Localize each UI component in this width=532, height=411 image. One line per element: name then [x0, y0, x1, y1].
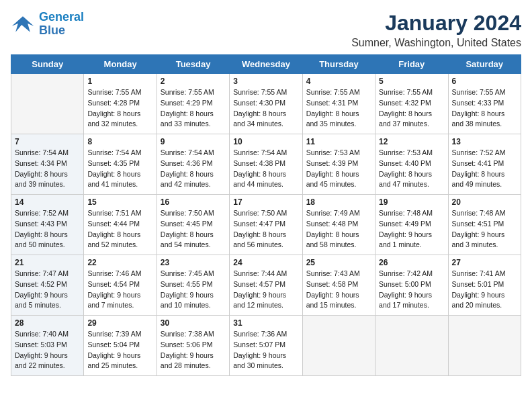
column-header-thursday: Thursday — [302, 55, 375, 74]
logo-icon — [11, 15, 35, 34]
day-number: 17 — [233, 197, 298, 207]
day-number: 23 — [161, 258, 226, 267]
column-header-monday: Monday — [84, 55, 157, 74]
calendar-cell: 7Sunrise: 7:54 AMSunset: 4:34 PMDaylight… — [11, 134, 84, 195]
calendar-cell: 18Sunrise: 7:49 AMSunset: 4:48 PMDayligh… — [302, 195, 375, 255]
day-number: 15 — [87, 197, 152, 207]
calendar-cell: 10Sunrise: 7:54 AMSunset: 4:38 PMDayligh… — [230, 134, 302, 195]
calendar-cell: 15Sunrise: 7:51 AMSunset: 4:44 PMDayligh… — [84, 195, 157, 255]
column-header-sunday: Sunday — [11, 55, 84, 74]
calendar-cell: 8Sunrise: 7:54 AMSunset: 4:35 PMDaylight… — [84, 134, 157, 195]
day-info: Sunrise: 7:55 AMSunset: 4:28 PMDaylight:… — [87, 87, 152, 130]
day-number: 21 — [15, 258, 80, 267]
day-number: 11 — [306, 137, 371, 146]
day-info: Sunrise: 7:52 AMSunset: 4:41 PMDaylight:… — [452, 148, 517, 190]
day-info: Sunrise: 7:52 AMSunset: 4:43 PMDaylight:… — [15, 208, 80, 250]
calendar-week-row: 21Sunrise: 7:47 AMSunset: 4:52 PMDayligh… — [11, 255, 521, 316]
calendar-cell: 5Sunrise: 7:55 AMSunset: 4:32 PMDaylight… — [375, 74, 448, 134]
calendar-cell: 4Sunrise: 7:55 AMSunset: 4:31 PMDaylight… — [302, 74, 375, 134]
day-info: Sunrise: 7:49 AMSunset: 4:48 PMDaylight:… — [306, 208, 371, 250]
calendar-cell: 3Sunrise: 7:55 AMSunset: 4:30 PMDaylight… — [230, 74, 302, 134]
calendar-cell: 1Sunrise: 7:55 AMSunset: 4:28 PMDaylight… — [84, 74, 157, 134]
day-number: 30 — [161, 318, 226, 328]
day-info: Sunrise: 7:48 AMSunset: 4:51 PMDaylight:… — [452, 208, 517, 250]
day-number: 7 — [15, 137, 80, 146]
column-header-friday: Friday — [375, 55, 448, 74]
calendar-cell: 21Sunrise: 7:47 AMSunset: 4:52 PMDayligh… — [11, 255, 84, 316]
logo-text: General Blue — [39, 11, 84, 38]
day-info: Sunrise: 7:50 AMSunset: 4:45 PMDaylight:… — [161, 208, 226, 250]
day-info: Sunrise: 7:45 AMSunset: 4:55 PMDaylight:… — [161, 269, 226, 311]
day-info: Sunrise: 7:38 AMSunset: 5:06 PMDaylight:… — [161, 329, 226, 371]
day-info: Sunrise: 7:40 AMSunset: 5:03 PMDaylight:… — [15, 329, 80, 371]
calendar-cell — [302, 316, 375, 376]
day-number: 1 — [87, 77, 152, 86]
day-info: Sunrise: 7:50 AMSunset: 4:47 PMDaylight:… — [233, 208, 298, 250]
day-info: Sunrise: 7:53 AMSunset: 4:40 PMDaylight:… — [379, 148, 444, 190]
calendar-cell: 11Sunrise: 7:53 AMSunset: 4:39 PMDayligh… — [302, 134, 375, 195]
day-number: 14 — [15, 197, 80, 207]
day-info: Sunrise: 7:47 AMSunset: 4:52 PMDaylight:… — [15, 269, 80, 311]
page-header: General Blue January 2024 Sumner, Washin… — [11, 11, 521, 49]
day-number: 20 — [452, 197, 517, 207]
calendar-cell: 20Sunrise: 7:48 AMSunset: 4:51 PMDayligh… — [448, 195, 521, 255]
calendar-cell: 13Sunrise: 7:52 AMSunset: 4:41 PMDayligh… — [448, 134, 521, 195]
day-number: 26 — [379, 258, 444, 267]
day-number: 10 — [233, 137, 298, 146]
day-number: 6 — [452, 77, 517, 86]
day-number: 8 — [87, 137, 152, 146]
calendar-cell: 16Sunrise: 7:50 AMSunset: 4:45 PMDayligh… — [157, 195, 229, 255]
calendar-week-row: 28Sunrise: 7:40 AMSunset: 5:03 PMDayligh… — [11, 316, 521, 376]
day-info: Sunrise: 7:55 AMSunset: 4:30 PMDaylight:… — [233, 87, 298, 130]
column-header-saturday: Saturday — [448, 55, 521, 74]
calendar-cell: 9Sunrise: 7:54 AMSunset: 4:36 PMDaylight… — [157, 134, 229, 195]
day-info: Sunrise: 7:54 AMSunset: 4:35 PMDaylight:… — [87, 148, 152, 190]
location-title: Sumner, Washington, United States — [351, 37, 521, 49]
day-info: Sunrise: 7:53 AMSunset: 4:39 PMDaylight:… — [306, 148, 371, 190]
day-info: Sunrise: 7:55 AMSunset: 4:31 PMDaylight:… — [306, 87, 371, 130]
day-info: Sunrise: 7:42 AMSunset: 5:00 PMDaylight:… — [379, 269, 444, 311]
calendar-cell: 27Sunrise: 7:41 AMSunset: 5:01 PMDayligh… — [448, 255, 521, 316]
day-number: 22 — [87, 258, 152, 267]
day-number: 16 — [161, 197, 226, 207]
day-number: 5 — [379, 77, 444, 86]
calendar-cell: 19Sunrise: 7:48 AMSunset: 4:49 PMDayligh… — [375, 195, 448, 255]
calendar-header-row: SundayMondayTuesdayWednesdayThursdayFrid… — [11, 55, 521, 74]
calendar-cell — [375, 316, 448, 376]
logo: General Blue — [11, 11, 84, 38]
day-info: Sunrise: 7:46 AMSunset: 4:54 PMDaylight:… — [87, 269, 152, 311]
day-number: 29 — [87, 318, 152, 328]
calendar-cell: 25Sunrise: 7:43 AMSunset: 4:58 PMDayligh… — [302, 255, 375, 316]
calendar-cell: 24Sunrise: 7:44 AMSunset: 4:57 PMDayligh… — [230, 255, 302, 316]
day-number: 25 — [306, 258, 371, 267]
calendar-cell: 23Sunrise: 7:45 AMSunset: 4:55 PMDayligh… — [157, 255, 229, 316]
calendar-cell: 31Sunrise: 7:36 AMSunset: 5:07 PMDayligh… — [230, 316, 302, 376]
day-number: 19 — [379, 197, 444, 207]
calendar-cell: 29Sunrise: 7:39 AMSunset: 5:04 PMDayligh… — [84, 316, 157, 376]
calendar-cell: 12Sunrise: 7:53 AMSunset: 4:40 PMDayligh… — [375, 134, 448, 195]
day-number: 12 — [379, 137, 444, 146]
day-number: 4 — [306, 77, 371, 86]
day-number: 9 — [161, 137, 226, 146]
month-title: January 2024 — [351, 11, 521, 36]
day-number: 31 — [233, 318, 298, 328]
day-number: 2 — [161, 77, 226, 86]
calendar-cell — [11, 74, 84, 134]
logo-line2: Blue — [39, 24, 65, 37]
calendar-cell: 17Sunrise: 7:50 AMSunset: 4:47 PMDayligh… — [230, 195, 302, 255]
day-number: 28 — [15, 318, 80, 328]
calendar-cell: 6Sunrise: 7:55 AMSunset: 4:33 PMDaylight… — [448, 74, 521, 134]
calendar-cell: 14Sunrise: 7:52 AMSunset: 4:43 PMDayligh… — [11, 195, 84, 255]
day-info: Sunrise: 7:54 AMSunset: 4:36 PMDaylight:… — [161, 148, 226, 190]
day-info: Sunrise: 7:55 AMSunset: 4:33 PMDaylight:… — [452, 87, 517, 130]
day-info: Sunrise: 7:39 AMSunset: 5:04 PMDaylight:… — [87, 329, 152, 371]
day-info: Sunrise: 7:54 AMSunset: 4:34 PMDaylight:… — [15, 148, 80, 190]
day-info: Sunrise: 7:51 AMSunset: 4:44 PMDaylight:… — [87, 208, 152, 250]
logo-line1: General — [39, 10, 84, 24]
calendar-week-row: 14Sunrise: 7:52 AMSunset: 4:43 PMDayligh… — [11, 195, 521, 255]
day-number: 13 — [452, 137, 517, 146]
day-info: Sunrise: 7:54 AMSunset: 4:38 PMDaylight:… — [233, 148, 298, 190]
calendar-cell: 22Sunrise: 7:46 AMSunset: 4:54 PMDayligh… — [84, 255, 157, 316]
calendar-table: SundayMondayTuesdayWednesdayThursdayFrid… — [11, 54, 521, 376]
day-info: Sunrise: 7:41 AMSunset: 5:01 PMDaylight:… — [452, 269, 517, 311]
